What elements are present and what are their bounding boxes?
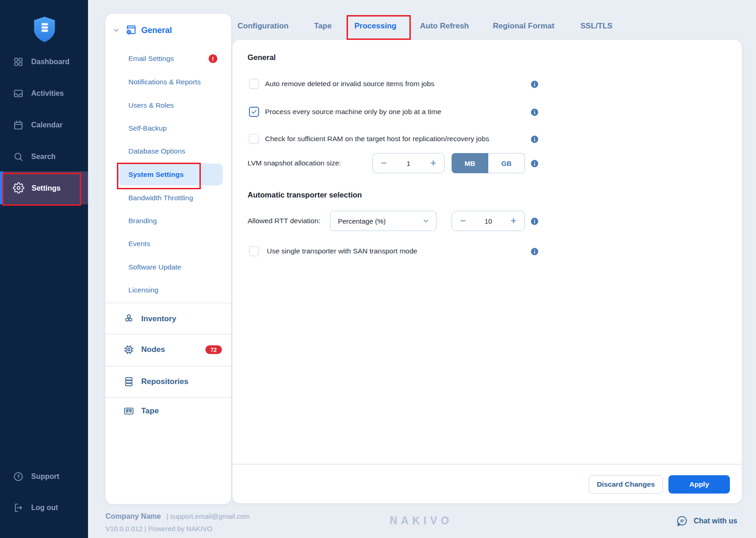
- nav-item-users-roles[interactable]: Users & Roles: [128, 101, 174, 110]
- section-heading-transporter: Automatic transporter selection: [248, 191, 362, 199]
- nakivo-wordmark: NAKIVO: [390, 515, 452, 527]
- info-icon[interactable]: [530, 217, 539, 226]
- sidebar-item-label: Activities: [31, 89, 64, 98]
- lvm-unit-toggle: MB GB: [452, 153, 525, 173]
- tab-processing[interactable]: Processing: [354, 22, 397, 31]
- nav-divider: [105, 366, 231, 367]
- calendar-icon: [13, 120, 24, 131]
- sidebar-item-activities[interactable]: Activities: [13, 88, 64, 99]
- nav-item-self-backup[interactable]: Self-Backup: [128, 124, 167, 132]
- unit-gb-button[interactable]: GB: [488, 153, 525, 173]
- discard-changes-button[interactable]: Discard Changes: [589, 475, 663, 494]
- repositories-icon: [123, 376, 135, 388]
- rtt-value-stepper: − 10 +: [452, 211, 525, 231]
- nav-divider: [105, 397, 231, 398]
- chevron-down-icon: [422, 217, 430, 225]
- info-icon[interactable]: [530, 247, 539, 256]
- tape-icon: [123, 405, 135, 417]
- nav-group-tape[interactable]: Tape: [123, 405, 159, 417]
- settings-nav-panel: [105, 14, 231, 504]
- info-icon[interactable]: [530, 159, 539, 168]
- chat-with-us-button[interactable]: Chat with us: [676, 515, 737, 527]
- chevron-down-icon: [113, 27, 120, 34]
- sidebar-item-search[interactable]: Search: [13, 151, 55, 162]
- checkbox-auto-remove[interactable]: [249, 79, 259, 89]
- actions-divider: [232, 464, 742, 465]
- footer-version-line: V10.0.0.012 | Powered by NAKIVO: [105, 525, 212, 533]
- check-icon: [250, 108, 258, 115]
- stepper-increase-button[interactable]: +: [502, 215, 524, 227]
- checkbox-one-job-at-a-time[interactable]: [249, 107, 259, 117]
- nav-divider: [105, 334, 231, 335]
- nav-item-email-settings[interactable]: Email Settings: [128, 55, 174, 63]
- checkbox-label: Process every source machine only by one…: [265, 108, 441, 116]
- nav-group-label: Inventory: [141, 314, 177, 324]
- app-root: Dashboard Activities Calendar Search Set: [0, 0, 756, 538]
- gear-icon: [13, 182, 24, 194]
- checkbox-label: Use single transporter with SAN transpor…: [267, 247, 417, 255]
- rtt-value[interactable]: 10: [474, 217, 502, 225]
- nav-item-events[interactable]: Events: [128, 240, 150, 248]
- tab-ssl-tls[interactable]: SSL/TLS: [580, 22, 613, 31]
- section-heading-general: General: [248, 53, 276, 62]
- nav-item-bandwidth-throttling[interactable]: Bandwidth Throttling: [128, 194, 193, 202]
- nav-group-nodes[interactable]: Nodes: [123, 344, 165, 356]
- nodes-count-badge: 72: [205, 346, 222, 354]
- stepper-decrease-button[interactable]: −: [452, 215, 474, 227]
- info-icon[interactable]: [530, 108, 539, 117]
- nodes-icon: [123, 344, 135, 356]
- nav-item-licensing[interactable]: Licensing: [128, 286, 159, 294]
- lvm-size-label: LVM snapshot allocation size:: [248, 159, 341, 167]
- logout-icon: [13, 502, 24, 513]
- sidebar-item-support[interactable]: ? Support: [13, 471, 59, 482]
- dashboard-icon: [13, 56, 24, 67]
- sidebar-item-label: Settings: [32, 184, 61, 192]
- general-settings-icon: [124, 24, 137, 37]
- sidebar-item-calendar[interactable]: Calendar: [13, 120, 62, 131]
- app-logo: [32, 16, 57, 43]
- checkbox-san-transport[interactable]: [249, 246, 259, 256]
- nav-group-general[interactable]: General: [113, 24, 172, 37]
- dropdown-value: Percentage (%): [338, 217, 386, 225]
- apply-button[interactable]: Apply: [668, 475, 730, 494]
- lvm-size-stepper: − 1 +: [372, 153, 445, 173]
- unit-mb-button[interactable]: MB: [452, 153, 488, 173]
- nav-item-database-options[interactable]: Database Options: [128, 147, 185, 155]
- info-icon[interactable]: [530, 80, 539, 89]
- sidebar-item-dashboard[interactable]: Dashboard: [13, 56, 70, 67]
- nav-item-software-update[interactable]: Software Update: [128, 263, 181, 271]
- stepper-increase-button[interactable]: +: [422, 157, 444, 169]
- active-accent-bar: [0, 171, 3, 204]
- search-icon: [13, 151, 24, 162]
- rtt-unit-dropdown[interactable]: Percentage (%): [330, 211, 436, 231]
- tab-tape[interactable]: Tape: [314, 22, 331, 31]
- nav-group-inventory[interactable]: Inventory: [123, 313, 177, 325]
- nav-group-repositories[interactable]: Repositories: [123, 376, 188, 388]
- nav-group-label: Repositories: [141, 377, 188, 386]
- nav-divider: [105, 302, 231, 303]
- nav-item-notifications-reports[interactable]: Notifications & Reports: [128, 78, 201, 86]
- nav-item-branding[interactable]: Branding: [128, 217, 157, 225]
- info-icon[interactable]: [530, 135, 539, 144]
- sidebar-item-label: Calendar: [31, 121, 62, 129]
- email-alert-badge: !: [209, 55, 217, 63]
- help-icon: ?: [13, 471, 24, 482]
- tab-regional-format[interactable]: Regional Format: [493, 22, 554, 31]
- tab-auto-refresh[interactable]: Auto Refresh: [420, 22, 469, 31]
- nav-group-label: General: [141, 26, 172, 35]
- shield-icon: [34, 16, 55, 42]
- nav-group-label: Nodes: [141, 345, 165, 354]
- sidebar-item-settings[interactable]: Settings: [0, 171, 88, 204]
- chat-label: Chat with us: [694, 517, 737, 525]
- sidebar-item-label: Support: [31, 472, 59, 481]
- nav-item-system-settings[interactable]: System Settings: [128, 170, 184, 179]
- stepper-decrease-button[interactable]: −: [373, 157, 395, 169]
- checkbox-check-ram[interactable]: [249, 134, 259, 144]
- tab-configuration[interactable]: Configuration: [237, 22, 288, 31]
- sidebar-item-label: Dashboard: [31, 58, 70, 66]
- main-sidebar: [0, 0, 88, 538]
- lvm-size-value[interactable]: 1: [395, 159, 422, 167]
- inventory-icon: [123, 313, 135, 325]
- nav-group-label: Tape: [141, 406, 159, 416]
- sidebar-item-logout[interactable]: Log out: [13, 502, 58, 513]
